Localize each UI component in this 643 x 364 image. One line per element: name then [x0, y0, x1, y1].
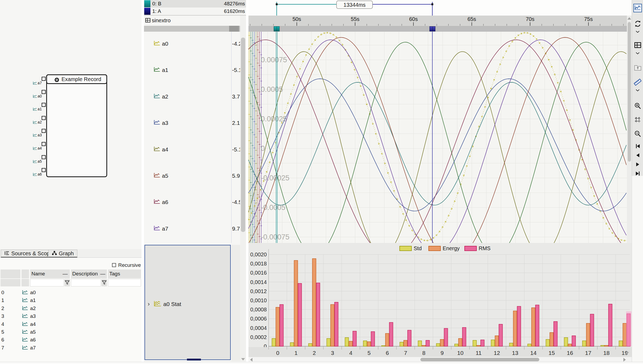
tree-vscrollbar-thumb[interactable] [241, 38, 245, 232]
measure-ruler-button[interactable] [633, 78, 642, 87]
table-row[interactable]: 1a1 [0, 297, 142, 304]
svg-text:16: 16 [567, 350, 573, 356]
header-cell-name[interactable]: Name — [30, 270, 70, 278]
signal-plot-button[interactable] [633, 4, 642, 12]
table-row[interactable]: 7a7 [0, 344, 142, 352]
zoom-out-button[interactable] [633, 130, 642, 139]
browser-rows: 0a01a12a23a34a45a56a67a7 [0, 289, 142, 364]
chart-hscrollbar-thumb[interactable] [420, 358, 539, 361]
zoom-in-button[interactable] [633, 102, 642, 111]
port-wave-icon [33, 172, 37, 177]
wave-vscrollbar-thumb[interactable] [628, 22, 631, 162]
measure-ruler-chevron-down-icon[interactable] [635, 88, 640, 93]
port-pin-a7[interactable] [42, 77, 46, 81]
diagram-canvas[interactable]: Example Record a7a0a1a2a3a4a5a6 [0, 0, 142, 249]
svg-text:4: 4 [349, 350, 352, 356]
table-row[interactable]: 2a2 [0, 305, 142, 312]
port-pin-a0[interactable] [42, 90, 46, 94]
zoom-out-icon [634, 130, 641, 138]
signal-row-a1[interactable]: a1-5.113 [144, 58, 246, 84]
signal-wave-icon [154, 93, 160, 100]
statistics-bar-chart[interactable]: 00,00020,00040,00060,00080,00100,00120,0… [248, 243, 632, 357]
sync-chevron-down-icon[interactable] [635, 29, 640, 34]
description-filter-input[interactable] [71, 279, 101, 286]
tree-hscrollbar[interactable] [144, 26, 246, 32]
name-filter-input[interactable] [30, 279, 64, 286]
table-row[interactable]: 6a6 [0, 336, 142, 344]
sync-button[interactable] [633, 20, 642, 28]
tree-vscrollbar[interactable] [240, 16, 246, 361]
port-pin-a3[interactable] [42, 129, 46, 133]
cursor-delta-strip[interactable]: 13344ms [248, 0, 627, 16]
example-record-block[interactable] [46, 74, 107, 177]
cursor-row-A[interactable]: 1: A61620ms [144, 8, 246, 15]
signal-row-a6[interactable]: a6-4.523 [144, 190, 246, 216]
scroll-down-arrow[interactable] [241, 358, 245, 361]
tags-filter-input[interactable] [108, 279, 141, 286]
recursive-checkbox[interactable] [112, 263, 116, 267]
header-cell-tags[interactable]: Tags [108, 270, 141, 278]
ruler-canvas: 50s55s60s65s70s75s [248, 16, 627, 26]
scroll-up-arrow[interactable] [627, 17, 631, 20]
cursor-b-handle[interactable] [274, 26, 280, 31]
signal-row-a7[interactable]: a79.766 [144, 217, 246, 243]
stat-item-label[interactable]: a0 Stat [163, 301, 181, 307]
svg-text:13344ms: 13344ms [344, 2, 366, 8]
description-filter-funnel[interactable] [102, 279, 107, 286]
port-pin-a4[interactable] [42, 142, 46, 146]
time-ruler[interactable]: 50s55s60s65s70s75s [248, 16, 627, 26]
signal-name: a4 [162, 146, 168, 153]
signal-row-a0[interactable]: a0-4.274 [144, 32, 246, 58]
chart-hscrollbar[interactable] [248, 357, 632, 362]
signal-row-a2[interactable]: a23.724 [144, 85, 246, 111]
wave-vscrollbar[interactable] [627, 16, 632, 243]
table-row[interactable]: 0a0 [0, 289, 142, 297]
table-row[interactable]: 3a3 [0, 312, 142, 320]
table-row[interactable]: 5a5 [0, 328, 142, 336]
tree-hscrollbar-thumb[interactable] [229, 26, 239, 32]
scroll-left-arrow[interactable] [250, 358, 252, 362]
tab-graph[interactable]: Graph [48, 250, 77, 257]
table-view-chevron-down-icon[interactable] [635, 51, 640, 56]
column-resize-grip[interactable]: — [100, 271, 105, 277]
signal-wave-icon [22, 298, 28, 303]
signal-browser: Recursive Name — Description — Tags 0a01… [0, 258, 142, 364]
port-pin-a6[interactable] [42, 168, 46, 172]
zoom-fit-button[interactable] [633, 116, 642, 125]
port-pin-a1[interactable] [42, 103, 46, 107]
value-column-divider[interactable] [231, 32, 232, 243]
row-name: a5 [30, 329, 36, 335]
cursor-a-handle[interactable] [429, 26, 435, 31]
header-cell-description[interactable]: Description — [71, 270, 107, 278]
jump-start-button[interactable] [633, 142, 642, 151]
table-view-button[interactable] [633, 41, 642, 50]
port-pin-a2[interactable] [42, 116, 46, 120]
svg-text:-0.00075: -0.00075 [261, 233, 290, 241]
signal-row-a3[interactable]: a32.161 [144, 111, 246, 137]
signal-row-a4[interactable]: a4-5.166 [144, 137, 246, 164]
tags-filter-field[interactable] [108, 279, 141, 286]
folder-export-button[interactable] [633, 64, 642, 72]
description-filter-field[interactable] [71, 279, 101, 286]
example-record-block-header[interactable]: Example Record [46, 74, 107, 84]
chevron-right-icon[interactable]: › [148, 301, 150, 308]
stat-group-box[interactable]: › a0 Stat [145, 245, 231, 360]
table-row[interactable]: 4a4 [0, 321, 142, 328]
scroll-right-arrow[interactable] [623, 358, 626, 362]
column-resize-grip[interactable]: — [63, 271, 68, 277]
step-forward-button[interactable] [633, 161, 642, 169]
svg-text:75s: 75s [584, 16, 593, 22]
cursor-row-B[interactable]: 0: B48276ms [144, 0, 246, 8]
step-back-icon [635, 152, 641, 159]
signal-row-a5[interactable]: a55.968 [144, 164, 246, 190]
step-back-button[interactable] [633, 151, 642, 160]
name-filter-field[interactable] [30, 279, 64, 286]
port-pin-a5[interactable] [42, 155, 46, 159]
waveform-plot[interactable]: 0.000750.00050.000250-0.00025-0.0005-0.0… [248, 32, 627, 243]
record-row[interactable]: sinextro [144, 16, 246, 26]
name-filter-funnel[interactable] [64, 279, 70, 286]
panel-resize-handle[interactable] [187, 359, 201, 361]
zoom-fit-icon [634, 116, 641, 124]
cursor-handle-band[interactable] [248, 26, 627, 32]
signal-wave-icon [22, 306, 28, 311]
